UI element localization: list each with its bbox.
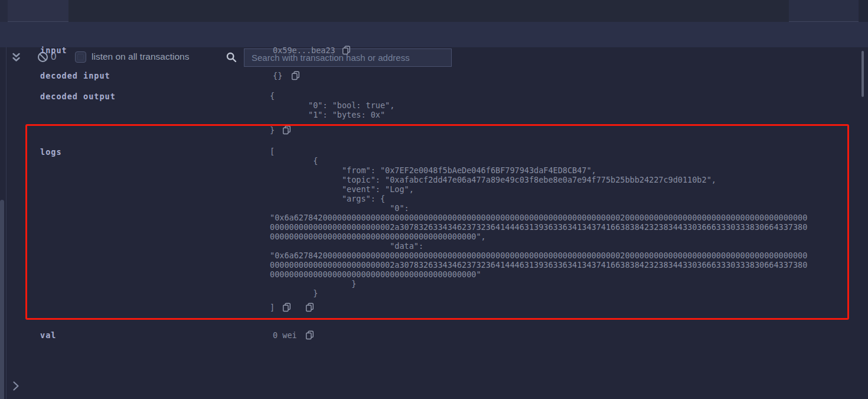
logs-close-row: ] [270,303,314,312]
top-strip-tab-left [8,0,68,22]
field-label-decoded-input: decoded input [40,71,110,80]
top-strip-tab-right [789,0,859,22]
field-label-logs: logs [40,147,62,157]
input-hash-value: 0x59e...bea23 [273,46,335,55]
logs-json: [ { "from": "0x7EF2e0048f5bAeDe046f6BF79… [270,147,811,298]
logs-close-bracket: ] [270,303,275,312]
left-scrollbar-thumb[interactable] [0,200,4,399]
window-top-strip [0,0,868,22]
field-value-input: 0x59e...bea23 [273,46,351,55]
copy-icon[interactable] [342,46,351,55]
listen-checkbox[interactable] [75,51,86,63]
decoded-output-close-row: } [270,125,291,135]
decoded-input-value: {} [273,71,282,80]
field-label-val: val [40,330,56,340]
magnifier-icon [226,52,237,65]
chevron-right-icon[interactable] [12,381,21,392]
listen-checkbox-label: listen on all transactions [92,51,189,62]
field-label-input: input [40,46,67,55]
left-panel-divider [6,47,6,399]
double-chevron-down-icon[interactable] [12,53,21,65]
field-value-decoded-input: {} [273,71,300,80]
copy-icon[interactable] [282,125,291,135]
decoded-output-close-brace: } [270,125,275,135]
toolbar: 0 listen on all transactions [0,22,868,47]
transaction-detail-page: { "topbar": { "counter": "0", "listen_la… [0,0,868,399]
copy-icon[interactable] [291,71,300,80]
decoded-output-json: { "0": "bool: true", "1": "bytes: 0x" [270,91,811,119]
copy-icon[interactable] [305,330,314,340]
right-scrollbar-thumb[interactable] [862,51,864,97]
field-value-val: 0 wei [273,330,314,340]
top-strip-left-segment [0,0,8,22]
copy-icon[interactable] [305,303,314,312]
copy-icon[interactable] [282,303,291,312]
field-label-decoded-output: decoded output [40,92,116,101]
top-strip-right-segment [859,0,868,22]
val-amount: 0 wei [273,330,297,340]
